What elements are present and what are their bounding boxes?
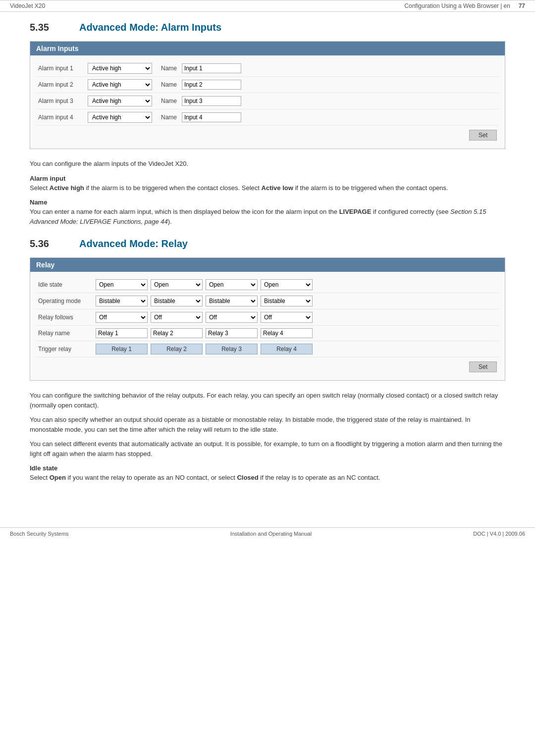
alarm-input-1-label: Alarm input 1	[38, 65, 83, 72]
relay-follows-select-1[interactable]: OffOn	[96, 312, 148, 323]
section-536-heading: 5.36 Advanced Mode: Relay	[30, 238, 505, 250]
relay-name-input-4[interactable]	[261, 328, 313, 338]
alarm-input-3-select[interactable]: Active high Active low	[88, 96, 152, 106]
header-right: Configuration Using a Web Browser | en 7…	[404, 2, 525, 9]
relay-follows-row: Relay follows OffOn OffOn OffOn OffOn	[36, 309, 499, 326]
alarm-input-1-name-label: Name	[157, 65, 177, 72]
alarm-input-2-name-input[interactable]	[182, 80, 241, 90]
header-left: VideoJet X20	[10, 2, 45, 9]
alarm-input-4-select[interactable]: Active high Active low	[88, 112, 152, 123]
relay-opmode-select-4[interactable]: BistableMonostable	[261, 296, 313, 306]
relay-idle-label: Idle state	[38, 281, 93, 288]
relay-opmode-select-2[interactable]: BistableMonostable	[151, 296, 203, 306]
relay-opmode-select-1[interactable]: BistableMonostable	[96, 296, 148, 306]
relay-body-para3: You can select different events that aut…	[30, 439, 505, 458]
alarm-set-button[interactable]: Set	[469, 130, 497, 141]
footer-right: DOC | V4.0 | 2009.06	[473, 531, 525, 537]
alarm-row-1: Alarm input 1 Active high Active low Nam…	[36, 60, 499, 77]
alarm-input-3-label: Alarm input 3	[38, 98, 83, 104]
footer-left: Bosch Security Systems	[10, 531, 69, 537]
name-description: You can enter a name for each alarm inpu…	[30, 207, 505, 226]
relay-idle-row: Idle state OpenClosed OpenClosed OpenClo…	[36, 277, 499, 293]
relay-name-input-3[interactable]	[206, 328, 258, 338]
alarm-input-1-name-input[interactable]	[182, 63, 241, 73]
relay-body-para1: You can configure the switching behavior…	[30, 391, 505, 410]
section-535-heading: 5.35 Advanced Mode: Alarm Inputs	[30, 22, 505, 33]
alarm-input-3-name-input[interactable]	[182, 96, 241, 106]
alarm-input-4-label: Alarm input 4	[38, 114, 83, 121]
alarm-inputs-panel-header: Alarm Inputs	[30, 42, 505, 55]
relay-trigger-btn-4[interactable]: Relay 4	[261, 344, 313, 354]
relay-panel-header: Relay	[30, 258, 505, 272]
alarm-row-3: Alarm input 3 Active high Active low Nam…	[36, 93, 499, 109]
alarm-input-4-name-input[interactable]	[182, 112, 241, 122]
section-536-title: Advanced Mode: Relay	[79, 238, 188, 250]
idle-state-description: Select Open if you want the relay to ope…	[30, 473, 505, 483]
page-header: VideoJet X20 Configuration Using a Web B…	[0, 0, 535, 12]
relay-trigger-row: Trigger relay Relay 1 Relay 2 Relay 3 Re…	[36, 341, 499, 357]
section-535-title: Advanced Mode: Alarm Inputs	[79, 22, 221, 33]
relay-name-row: Relay name	[36, 326, 499, 341]
relay-trigger-btn-2[interactable]: Relay 2	[151, 344, 203, 354]
relay-name-label: Relay name	[38, 330, 93, 337]
alarm-input-3-name-label: Name	[157, 98, 177, 104]
relay-name-input-1[interactable]	[96, 328, 148, 338]
relay-trigger-btn-1[interactable]: Relay 1	[96, 344, 148, 354]
alarm-input-description: Select Active high if the alarm is to be…	[30, 183, 505, 193]
alarm-input-subheading: Alarm input	[30, 175, 505, 182]
relay-idle-select-3[interactable]: OpenClosed	[206, 279, 258, 290]
section-535-number: 5.35	[30, 22, 59, 33]
relay-idle-select-2[interactable]: OpenClosed	[151, 279, 203, 290]
footer-center: Installation and Operating Manual	[230, 531, 312, 537]
alarm-row-2: Alarm input 2 Active high Active low Nam…	[36, 77, 499, 93]
idle-state-subheading: Idle state	[30, 464, 505, 472]
alarm-inputs-panel-body: Alarm input 1 Active high Active low Nam…	[30, 55, 505, 149]
relay-opmode-label: Operating mode	[38, 298, 93, 304]
relay-idle-select-1[interactable]: OpenClosed	[96, 279, 148, 290]
relay-follows-select-3[interactable]: OffOn	[206, 312, 258, 323]
alarm-input-4-name-label: Name	[157, 114, 177, 121]
alarm-set-row: Set	[36, 126, 499, 142]
alarm-row-4: Alarm input 4 Active high Active low Nam…	[36, 109, 499, 126]
relay-opmode-row: Operating mode BistableMonostable Bistab…	[36, 293, 499, 309]
relay-trigger-btn-3[interactable]: Relay 3	[206, 344, 258, 354]
alarm-input-2-label: Alarm input 2	[38, 81, 83, 88]
relay-set-row: Set	[36, 357, 499, 373]
page-footer: Bosch Security Systems Installation and …	[0, 527, 535, 540]
alarm-input-2-select[interactable]: Active high Active low	[88, 79, 152, 90]
relay-body-para2: You can also specify whether an output s…	[30, 415, 505, 434]
relay-name-input-2[interactable]	[151, 328, 203, 338]
alarm-input-1-select[interactable]: Active high Active low	[88, 63, 152, 74]
section-536-number: 5.36	[30, 238, 59, 250]
relay-follows-select-2[interactable]: OffOn	[151, 312, 203, 323]
relay-idle-select-4[interactable]: OpenClosed	[261, 279, 313, 290]
alarm-inputs-panel: Alarm Inputs Alarm input 1 Active high A…	[30, 41, 505, 149]
relay-panel-body: Idle state OpenClosed OpenClosed OpenClo…	[30, 272, 505, 380]
relay-set-button[interactable]: Set	[469, 361, 497, 372]
alarm-body-intro: You can configure the alarm inputs of th…	[30, 159, 505, 169]
relay-follows-label: Relay follows	[38, 314, 93, 321]
relay-opmode-select-3[interactable]: BistableMonostable	[206, 296, 258, 306]
relay-trigger-label: Trigger relay	[38, 346, 93, 353]
alarm-input-2-name-label: Name	[157, 81, 177, 88]
relay-panel: Relay Idle state OpenClosed OpenClosed O…	[30, 257, 505, 381]
relay-follows-select-4[interactable]: OffOn	[261, 312, 313, 323]
name-subheading: Name	[30, 199, 505, 206]
main-content: 5.35 Advanced Mode: Alarm Inputs Alarm I…	[0, 12, 535, 507]
